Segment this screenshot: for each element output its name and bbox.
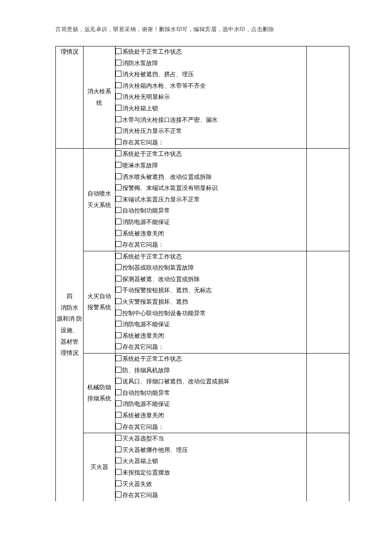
checkbox-icon [115,287,121,293]
inspection-table: 理情况 消火栓系 统 系统处于正常工作状态 消防水泵故障 消火栓被遮挡、挤占、埋… [55,46,349,501]
check-item: 系统处于正常工作状态 [115,251,306,263]
check-item: 洒水喷头被遮挡、改动位置或拆除 [115,172,306,183]
checkbox-icon [115,321,121,327]
check-item: 自动控制功能异常 [115,205,306,217]
check-item: 喷淋水泵故障 [115,160,306,172]
check-item: 系统处于正常工作状态 [115,354,306,365]
check-item: 探测器被遮、改动位置或拆除 [115,274,306,285]
checkbox-icon [115,367,121,373]
checkbox-icon [115,219,121,224]
checkbox-icon [115,196,121,202]
checklist-cell: 系统处于正常工作状态 防、排烟风机故障 送风口、排烟口被遮挡、改动位置或损坏 自… [115,354,307,433]
check-item: 存在其它问题 [115,490,306,501]
check-item: 控制器或联动控制装置故障 [115,262,306,274]
check-item: 送风口、排烟口被遮挡、改动位置或损坏 [115,376,306,388]
table-row: 四 消防水 源和消 防 设施、 器材管 理情况 自动喷水 灭火系统 系统处于正常… [56,149,349,251]
subsystem-label: 灭火器 [84,433,115,501]
checklist-cell: 灭火器选型不当 灭火器被挪作他用、埋压 火火器箱上锁 未按指定位置摆放 灭火器失… [115,433,307,501]
check-item: 存在其它问题： [115,137,306,149]
table-row: 灭火器 灭火器选型不当 灭火器被挪作他用、埋压 火火器箱上锁 未按指定位置摆放 … [56,433,349,501]
subsystem-label: 机械防烟 排烟系统 [84,354,115,433]
checkbox-icon [115,469,121,475]
check-item: 消防水泵故障 [115,58,306,69]
check-item: 手动报警按钮损坏、遮挡、无标志 [115,285,306,296]
checklist-cell: 系统处于正常工作状态 喷淋水泵故障 洒水喷头被遮挡、改动位置或拆除 报警阀、末端… [115,149,307,251]
check-item: 消火栓箱上锁 [115,103,306,115]
check-item: 火火器箱上锁 [115,456,306,467]
check-item: 水带与消火栓接口连接不严密、漏水 [115,115,306,126]
check-item: 控制中心联动控制设备功能异常 [115,308,306,319]
checkbox-icon [115,276,121,282]
check-item: 系统处于正常工作状态 [115,46,306,58]
check-item: 存在其它问题： [115,239,306,251]
checkbox-icon [115,332,121,338]
remark-cell [307,149,349,251]
check-item: 末端试水装置压力显示不正常 [115,194,306,206]
checkbox-icon [115,162,121,168]
checkbox-icon [115,446,121,452]
checkbox-icon [115,241,121,247]
check-item: 消火栓压力显示不正常 [115,126,306,137]
remark-cell [307,251,349,353]
checkbox-icon [115,492,121,497]
table-row: 火灾自动 报警系统 系统处于正常工作状态 控制器或联动控制装置故障 探测器被遮、… [56,251,349,353]
section-label-fragment: 理情况 [56,46,83,58]
check-item: 灭火器选型不当 [115,433,306,445]
check-item: 消火栓箱内水枪、水带等不齐全 [115,81,306,92]
checkbox-icon [115,355,121,361]
checkbox-icon [115,343,121,349]
check-item: 系统处于正常工作状态 [115,149,306,160]
checkbox-icon [115,173,121,179]
checkbox-icon [115,400,121,406]
checkbox-icon [115,60,121,66]
subsystem-label: 火灾自动 报警系统 [84,251,115,353]
checkbox-icon [115,82,121,88]
checklist-cell: 系统处于正常工作状态 消防水泵故障 消火栓被遮挡、挤占、埋压 消火栓箱内水枪、水… [115,46,307,149]
check-item: 报警阀、末端试水装置没有明显标识 [115,183,306,194]
table-row: 理情况 消火栓系 统 系统处于正常工作状态 消防水泵故障 消火栓被遮挡、挤占、埋… [56,46,349,149]
checkbox-icon [115,423,121,429]
check-item: 自动控制功能异常 [115,388,306,399]
check-item: 灭火器失效 [115,479,306,490]
checkbox-icon [115,48,121,54]
checkbox-icon [115,480,121,486]
checkbox-icon [115,139,121,145]
check-item: 灭火器被挪作他用、埋压 [115,445,306,456]
checkbox-icon [115,150,121,156]
check-item: 消火栓被遮挡、挤占、埋压 [115,69,306,81]
checkbox-icon [115,298,121,304]
check-item: 系统被违章关闭 [115,410,306,422]
checkbox-icon [115,105,121,111]
remark-cell [307,46,349,149]
remark-cell [307,433,349,501]
checkbox-icon [115,127,121,133]
check-item: 系统被违章关闭 [115,228,306,240]
section-label: 四 消防水 源和消 防 设施、 器材管 理情况 [56,149,84,501]
subsystem-label: 自动喷水 灭火系统 [84,149,115,251]
remark-cell [307,354,349,433]
checkbox-icon [115,207,121,213]
checkbox-icon [115,457,121,463]
checklist-cell: 系统处于正常工作状态 控制器或联动控制装置故障 探测器被遮、改动位置或拆除 手动… [115,251,307,353]
check-item: 未按指定位置摆放 [115,467,306,479]
table-row: 机械防烟 排烟系统 系统处于正常工作状态 防、排烟风机故障 送风口、排烟口被遮挡… [56,354,349,433]
checkbox-icon [115,93,121,99]
checkbox-icon [115,116,121,122]
page-header-note: 言简意赅，远见卓识，望君采纳，谢谢！删除水印可，编辑页眉，选中水印，点击删除 [55,26,349,33]
checkbox-icon [115,184,121,190]
check-item: 存在其它问题： [115,422,306,433]
checkbox-icon [115,310,121,316]
checkbox-icon [115,435,121,441]
check-item: 消防电源不能保证 [115,217,306,228]
checkbox-icon [115,230,121,236]
checkbox-icon [115,71,121,77]
check-item: 消火栓无明显标示 [115,92,306,103]
check-item: 存在其它问题： [115,342,306,353]
subsystem-label: 消火栓系 统 [84,46,115,149]
check-item: 消防电源不能保证 [115,399,306,410]
checkbox-icon [115,253,121,259]
checkbox-icon [115,389,121,395]
checkbox-icon [115,412,121,418]
checkbox-icon [115,378,121,384]
check-item: 火灾警报装置损坏、遮挡 [115,296,306,308]
